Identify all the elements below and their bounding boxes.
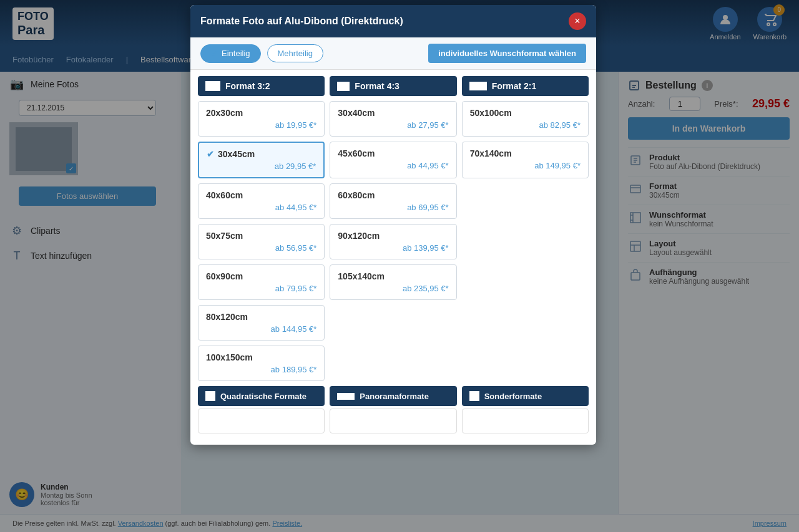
format-header-quadratic[interactable]: Quadratische Formate [198, 386, 325, 406]
modal-title: Formate Foto auf Alu-Dibond (Direktdruck… [200, 16, 403, 27]
format-item-4-3-4[interactable]: 90x120cm ab 139,95 €* [330, 224, 456, 259]
modal-close-button[interactable]: × [569, 12, 586, 30]
modal-header: Formate Foto auf Alu-Dibond (Direktdruck… [190, 5, 596, 37]
format-thumb-panorama [337, 393, 355, 400]
format-item-3-2-7[interactable]: 100x150cm ab 189,95 €* [198, 346, 325, 381]
format-item-size-3-2-2: ✔ 30x45cm [207, 149, 316, 159]
format-modal: Formate Foto auf Alu-Dibond (Direktdruck… [190, 5, 596, 445]
format-thumb-2-1 [469, 82, 487, 90]
format-item-3-2-6[interactable]: 80x120cm ab 144,95 €* [198, 305, 325, 341]
format-header-2-1: Format 2:1 [462, 76, 589, 96]
format-items-row-6: 80x120cm ab 144,95 €* [198, 305, 589, 341]
format-items-row-5: 60x90cm ab 79,95 €* 105x140cm ab 235,95 … [198, 264, 589, 300]
bottom-preview-1 [198, 409, 325, 433]
format-thumb-sonder [469, 391, 479, 401]
selected-check-icon: ✔ [207, 149, 214, 159]
tab-single-label: Einteilig [222, 49, 250, 58]
format-item-3-2-1[interactable]: 20x30cm ab 19,95 €* [198, 101, 325, 137]
format-item-price-4-3-5: ab 235,95 €* [338, 284, 448, 293]
format-headers-row: Format 3:2 Format 4:3 Format 2:1 [198, 76, 589, 96]
format-item-price-3-2-3: ab 44,95 €* [206, 203, 316, 212]
format-item-4-3-2[interactable]: 45x60cm ab 44,95 €* [330, 142, 456, 178]
format-item-price-2-1-2: ab 149,95 €* [470, 161, 581, 170]
bottom-preview-row [198, 409, 589, 433]
format-thumb-4-3 [337, 82, 350, 91]
modal-toolbar: ✔ Einteilig Mehrteilig individuelles Wun… [190, 37, 596, 70]
format-item-price-4-3-2: ab 44,95 €* [338, 161, 448, 170]
format-placeholder-2-1-6 [462, 305, 589, 341]
format-item-price-3-2-1: ab 19,95 €* [206, 120, 316, 130]
format-item-price-3-2-7: ab 189,95 €* [206, 365, 316, 374]
format-label-2-1: Format 2:1 [492, 81, 537, 91]
check-icon: ✔ [211, 49, 218, 59]
format-item-size-2-1-2: 70x140cm [470, 148, 581, 158]
format-item-2-1-2[interactable]: 70x140cm ab 149,95 €* [462, 142, 589, 178]
format-item-price-3-2-5: ab 79,95 €* [206, 284, 316, 293]
format-items-row-4: 50x75cm ab 56,95 €* 90x120cm ab 139,95 €… [198, 224, 589, 259]
format-item-price-4-3-4: ab 139,95 €* [338, 243, 448, 253]
format-item-4-3-1[interactable]: 30x40cm ab 27,95 €* [330, 101, 456, 137]
tab-single-button[interactable]: ✔ Einteilig [200, 44, 261, 63]
format-header-3-2: Format 3:2 [198, 76, 325, 96]
format-items-row-7: 100x150cm ab 189,95 €* [198, 346, 589, 381]
format-item-size-4-3-4: 90x120cm [338, 231, 448, 241]
format-placeholder-2-1-7 [462, 346, 589, 381]
format-label-panorama: Panoramaformate [360, 392, 429, 401]
tab-multi-button[interactable]: Mehrteilig [267, 44, 323, 62]
format-grid: Format 3:2 Format 4:3 Format 2:1 20x30cm… [190, 70, 596, 445]
format-item-size-3-2-7: 100x150cm [206, 352, 316, 362]
format-label-3-2: Format 3:2 [225, 81, 270, 91]
format-item-size-2-1-1: 50x100cm [470, 108, 581, 118]
format-item-price-3-2-2: ab 29,95 €* [207, 162, 316, 171]
custom-format-button[interactable]: individuelles Wunschformat wählen [428, 44, 586, 63]
format-items-row-2: ✔ 30x45cm ab 29,95 €* 45x60cm ab 44,95 €… [198, 142, 589, 178]
format-item-size-4-3-2: 45x60cm [338, 148, 448, 158]
format-items-row-1: 20x30cm ab 19,95 €* 30x40cm ab 27,95 €* … [198, 101, 589, 137]
format-item-price-3-2-6: ab 144,95 €* [206, 324, 316, 334]
format-items-row-3: 40x60cm ab 44,95 €* 60x80cm ab 69,95 €* [198, 183, 589, 219]
format-item-size-4-3-3: 60x80cm [338, 190, 448, 200]
format-header-4-3: Format 4:3 [330, 76, 456, 96]
format-item-size-3-2-5: 60x90cm [206, 271, 316, 281]
format-item-size-4-3-1: 30x40cm [338, 108, 448, 118]
format-label-quadratic: Quadratische Formate [220, 392, 306, 401]
format-header-panorama[interactable]: Panoramaformate [330, 386, 456, 406]
format-item-3-2-2[interactable]: ✔ 30x45cm ab 29,95 €* [198, 142, 325, 178]
bottom-preview-3 [462, 409, 589, 433]
format-item-3-2-5[interactable]: 60x90cm ab 79,95 €* [198, 264, 325, 300]
format-item-price-3-2-4: ab 56,95 €* [206, 243, 316, 253]
format-item-price-4-3-3: ab 69,95 €* [338, 203, 448, 212]
format-item-4-3-5[interactable]: 105x140cm ab 235,95 €* [330, 264, 456, 300]
format-thumb-quadratic [205, 391, 215, 401]
format-item-4-3-3[interactable]: 60x80cm ab 69,95 €* [330, 183, 456, 219]
format-label-sonder: Sonderformate [484, 392, 542, 401]
format-item-size-3-2-6: 80x120cm [206, 312, 316, 322]
format-placeholder-4-3-7 [330, 346, 456, 381]
format-thumb-3-2 [205, 81, 220, 91]
format-item-size-4-3-5: 105x140cm [338, 271, 448, 281]
format-label-4-3: Format 4:3 [355, 81, 400, 91]
format-item-size-3-2-4: 50x75cm [206, 231, 316, 241]
format-placeholder-2-1-5 [462, 264, 589, 300]
format-item-2-1-1[interactable]: 50x100cm ab 82,95 €* [462, 101, 589, 137]
bottom-formats-row: Quadratische Formate Panoramaformate Son… [198, 386, 589, 406]
bottom-preview-2 [330, 409, 456, 433]
format-item-price-4-3-1: ab 27,95 €* [338, 120, 448, 130]
format-item-3-2-3[interactable]: 40x60cm ab 44,95 €* [198, 183, 325, 219]
format-item-price-2-1-1: ab 82,95 €* [470, 120, 581, 130]
format-placeholder-2-1-3 [462, 183, 589, 219]
format-item-size-3-2-3: 40x60cm [206, 190, 316, 200]
format-item-3-2-4[interactable]: 50x75cm ab 56,95 €* [198, 224, 325, 259]
format-item-size-3-2-1: 20x30cm [206, 108, 316, 118]
format-header-sonder[interactable]: Sonderformate [462, 386, 589, 406]
format-placeholder-4-3-6 [330, 305, 456, 341]
format-placeholder-2-1-4 [462, 224, 589, 259]
